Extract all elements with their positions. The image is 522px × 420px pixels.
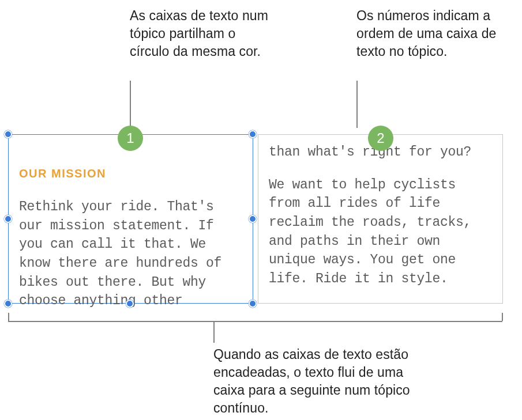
- brace-right-tick: [502, 313, 503, 321]
- textbox-2-para2: We want to help cyclists from all rides …: [269, 176, 493, 289]
- callout-line-top-left: [130, 81, 131, 128]
- brace-left-tick: [8, 313, 9, 321]
- textbox-2[interactable]: than what's right for you? We want to he…: [258, 134, 503, 304]
- callout-line-top-right: [356, 81, 358, 128]
- selection-handle[interactable]: [4, 215, 12, 223]
- selection-handle[interactable]: [4, 130, 12, 138]
- brace-horizontal: [8, 321, 502, 322]
- callout-bottom: Quando as caixas de texto estão encadead…: [213, 346, 433, 417]
- selection-handle[interactable]: [249, 215, 257, 223]
- textbox-1-body: Rethink your ride. That's our mission st…: [19, 198, 243, 311]
- selection-handle[interactable]: [126, 300, 134, 308]
- selection-handle[interactable]: [249, 300, 257, 308]
- selection-handle[interactable]: [249, 130, 257, 138]
- thread-badge-1: 1: [118, 126, 143, 151]
- selection-handle[interactable]: [4, 300, 12, 308]
- textbox-1-heading: OUR MISSION: [19, 167, 243, 180]
- callout-top-left: As caixas de texto num tópico partilham …: [130, 7, 274, 60]
- brace-pointer: [213, 321, 215, 343]
- callout-top-right: Os números indicam a ordem de uma caixa …: [356, 7, 506, 60]
- textbox-1[interactable]: OUR MISSION Rethink your ride. That's ou…: [8, 134, 253, 304]
- thread-badge-2: 2: [368, 126, 393, 151]
